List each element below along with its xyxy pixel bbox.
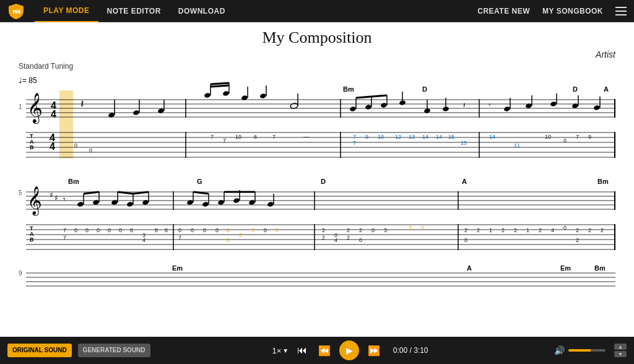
svg-text:2: 2	[322, 235, 325, 241]
nav-create-new[interactable]: CREATE NEW	[477, 7, 530, 15]
svg-text:0: 0	[421, 225, 424, 231]
svg-point-141	[233, 197, 240, 203]
svg-text:7: 7	[178, 235, 181, 241]
svg-text:2: 2	[539, 227, 542, 233]
svg-point-42	[380, 102, 387, 108]
svg-text:A: A	[467, 264, 472, 272]
staff-row-2: 5 𝄞 ♯ ♯ Bm G D A Bm 𝄾	[19, 170, 615, 262]
nav-note-editor[interactable]: NOTE EDITOR	[98, 0, 170, 22]
svg-text:6: 6	[130, 227, 133, 233]
play-icon: ▶	[346, 345, 353, 355]
svg-text:𝄞: 𝄞	[27, 93, 43, 124]
svg-text:15: 15	[448, 134, 454, 140]
svg-point-18	[132, 110, 139, 115]
composition-title: My Composition	[19, 28, 615, 47]
generated-sound-button[interactable]: GENERATED SOUND	[78, 344, 150, 357]
svg-text:7: 7	[63, 235, 66, 241]
speed-value: 1×	[272, 346, 281, 355]
svg-text:0: 0	[119, 227, 122, 233]
svg-text:0: 0	[227, 237, 230, 243]
speed-selector[interactable]: 1× ▼	[272, 346, 289, 355]
svg-text:2: 2	[464, 227, 467, 233]
svg-point-30	[259, 93, 266, 98]
svg-text:0: 0	[563, 225, 567, 231]
svg-point-145	[267, 201, 274, 207]
svg-line-47	[371, 95, 387, 97]
svg-text:0: 0	[178, 227, 181, 233]
nav-play-mode[interactable]: PLAY MODE	[35, 0, 98, 22]
rewind-icon: ⏮	[297, 345, 307, 356]
forward-icon: ⏩	[368, 345, 380, 357]
svg-text:0: 0	[464, 237, 467, 243]
svg-text:A: A	[604, 85, 609, 93]
svg-text:2: 2	[347, 235, 350, 241]
svg-text:0: 0	[215, 227, 219, 233]
svg-text:5: 5	[19, 189, 22, 196]
svg-text:Bm: Bm	[597, 178, 609, 185]
svg-text:7: 7	[63, 227, 66, 233]
svg-text:Em: Em	[172, 264, 183, 272]
svg-text:7: 7	[576, 134, 579, 140]
svg-text:B: B	[30, 144, 34, 150]
svg-text:Em: Em	[560, 264, 571, 272]
nav-download[interactable]: DOWNLOAD	[170, 0, 234, 22]
svg-point-129	[126, 201, 133, 207]
svg-text:D: D	[321, 178, 326, 185]
svg-text:1: 1	[526, 227, 529, 233]
volume-control: 🔊	[554, 345, 606, 355]
svg-line-133	[118, 192, 133, 194]
svg-text:7: 7	[353, 140, 356, 146]
play-button[interactable]: ▶	[339, 340, 359, 360]
svg-text:2: 2	[514, 227, 517, 233]
svg-text:1: 1	[489, 227, 492, 233]
svg-text:0: 0	[97, 227, 100, 233]
svg-text:11: 11	[514, 142, 520, 149]
scroll-controls: ▲ ▼	[614, 344, 627, 357]
rewind-button[interactable]: ⏮	[295, 345, 310, 356]
backward-button[interactable]: ⏪	[316, 345, 333, 357]
svg-text:14: 14	[436, 134, 442, 140]
original-sound-button[interactable]: ORIGINAL SOUND	[7, 344, 72, 357]
svg-text:3: 3	[239, 232, 242, 238]
scroll-down-button[interactable]: ▼	[614, 351, 627, 357]
volume-slider[interactable]	[568, 349, 606, 352]
svg-text:10: 10	[235, 134, 241, 140]
svg-point-40	[365, 104, 371, 110]
svg-text:0: 0	[563, 137, 567, 144]
playback-bar: ORIGINAL SOUND GENERATED SOUND 1× ▼ ⏮ ⏪ …	[0, 337, 634, 364]
svg-text:0: 0	[85, 227, 89, 233]
svg-text:Bm: Bm	[594, 264, 606, 272]
svg-text:0: 0	[74, 227, 77, 233]
svg-point-122	[77, 201, 84, 207]
svg-text:10: 10	[545, 134, 551, 140]
svg-point-38	[349, 106, 356, 111]
svg-point-54	[503, 106, 510, 111]
svg-text:4: 4	[142, 237, 145, 243]
svg-text:2: 2	[601, 227, 604, 233]
svg-text:2: 2	[576, 227, 579, 233]
scroll-up-button[interactable]: ▲	[614, 344, 627, 350]
artist-name: Artist	[19, 50, 615, 59]
svg-text:7: 7	[353, 134, 356, 140]
svg-text:♯: ♯	[50, 191, 53, 199]
svg-text:9: 9	[19, 270, 22, 277]
svg-text:0: 0	[89, 147, 92, 154]
svg-text:10: 10	[378, 134, 384, 140]
svg-text:2: 2	[477, 227, 480, 233]
nav-my-songbook[interactable]: MY SONGBOOK	[542, 7, 603, 15]
menu-icon[interactable]	[615, 7, 627, 15]
svg-text:2: 2	[588, 227, 591, 233]
svg-text:A: A	[462, 178, 467, 185]
svg-line-147	[193, 192, 209, 194]
svg-point-62	[593, 105, 600, 110]
svg-text:7: 7	[211, 134, 214, 140]
svg-text:1: 1	[19, 103, 22, 110]
svg-line-26	[211, 83, 229, 84]
svg-text:8: 8	[155, 227, 158, 233]
svg-text:0: 0	[203, 227, 206, 233]
forward-button[interactable]: ⏩	[365, 345, 383, 357]
svg-text:0: 0	[227, 227, 230, 233]
svg-text:0: 0	[264, 227, 267, 233]
svg-text:0: 0	[74, 142, 77, 149]
logo[interactable]	[7, 2, 25, 20]
